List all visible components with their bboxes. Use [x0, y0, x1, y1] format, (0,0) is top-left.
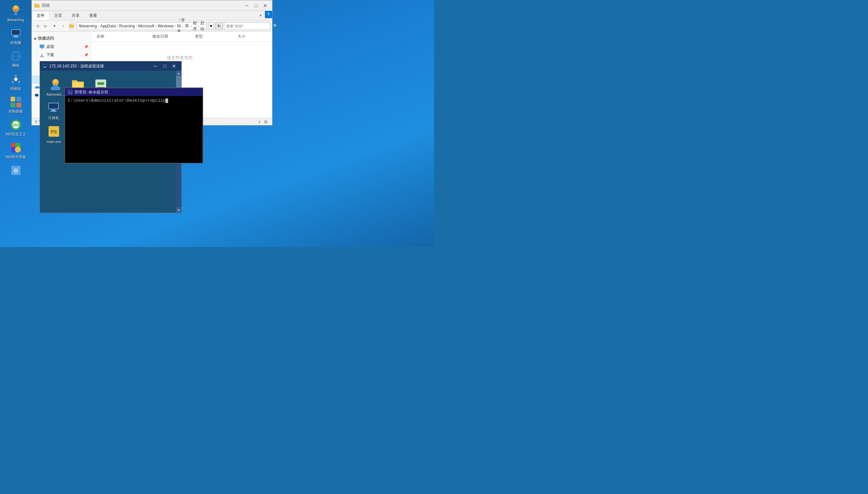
desktop-icon-settings[interactable]: ⚙: [2, 163, 30, 179]
details-view-btn[interactable]: ≡: [256, 119, 262, 125]
control-icon: [10, 96, 22, 108]
svg-point-2: [14, 6, 18, 9]
rdp-icon-computer[interactable]: 计算机: [46, 100, 60, 120]
ribbon-expand-btn[interactable]: ▲: [256, 11, 265, 19]
desktop-icon-control[interactable]: 控制面板: [2, 95, 30, 115]
svg-text:360: 360: [12, 122, 19, 128]
downloads-icon: [40, 53, 44, 57]
sidebar-item-downloads[interactable]: 下载 📌: [32, 51, 91, 59]
refresh-button[interactable]: ↻: [215, 22, 223, 30]
rdp-computer-icon: [46, 100, 60, 114]
recycle-label: 回收站: [10, 87, 21, 91]
desktop: fbiwarning 此电脑: [0, 0, 434, 247]
svg-point-51: [54, 80, 57, 83]
col-date-header: 修改日期: [152, 33, 195, 40]
control-label: 控制面板: [8, 109, 23, 114]
cmd-window: C> 管理员: 命令提示符 C:\Users\Administrator\Des…: [64, 88, 203, 164]
folder-nav-icon: [69, 22, 75, 30]
onedrive-icon: [34, 86, 40, 89]
sidebar-item-desktop[interactable]: 桌面 📌: [32, 43, 91, 51]
pin-icon-desktop: 📌: [84, 45, 88, 49]
tab-home[interactable]: 主页: [50, 11, 67, 20]
file-explorer-titlebar: 启动 ─ □ ✕: [32, 0, 272, 11]
thispc-icon: [34, 93, 39, 98]
help-button[interactable]: ?: [265, 11, 272, 18]
cmd-title-text: 管理员: 命令提示符: [74, 90, 200, 95]
rdp-icon-administrator[interactable]: Administr...: [46, 77, 64, 96]
minimize-button[interactable]: ─: [242, 2, 251, 10]
rdp-titlebar: 172.16.142.152 - 远程桌面连接 ─ □ ✕: [40, 61, 181, 71]
large-icons-view-btn[interactable]: ⊞: [263, 119, 269, 125]
svg-rect-48: [43, 68, 46, 68]
desktop-icon-360manager[interactable]: 360软件管家: [2, 140, 30, 160]
fbiwarning-label: fbiwarning: [7, 18, 24, 22]
rdp-close-btn[interactable]: ✕: [169, 62, 179, 70]
path-microsoft[interactable]: Microsoft: [138, 24, 154, 28]
back-button[interactable]: ◀: [34, 22, 41, 30]
administrator-icon: [49, 77, 62, 91]
svg-rect-30: [69, 24, 71, 25]
path-startup[interactable]: 启动: [200, 20, 205, 32]
desktop-icon-small: [40, 44, 44, 49]
address-path[interactable]: fbiwarning › AppData › Roaming › Microso…: [77, 22, 207, 30]
search-input[interactable]: [226, 24, 272, 28]
path-appdata[interactable]: AppData: [100, 24, 116, 28]
path-fbiwarning[interactable]: fbiwarning: [79, 24, 97, 28]
rdp-scroll-up-btn[interactable]: ▲: [176, 71, 181, 76]
rdp-icon-mainexe[interactable]: PS main.exe: [46, 125, 61, 148]
rdp-scroll-down-btn[interactable]: ▼: [176, 207, 181, 213]
view-icons: ≡ ⊞: [256, 119, 269, 125]
desktop-icon-recycle[interactable]: 回收站: [2, 72, 30, 92]
svg-text:⚙: ⚙: [13, 167, 19, 174]
path-windows[interactable]: Windows: [157, 24, 174, 28]
mypc-label: 此电脑: [10, 41, 21, 45]
maximize-button[interactable]: □: [252, 2, 260, 10]
svg-point-23: [15, 147, 21, 153]
svg-rect-47: [44, 67, 46, 68]
sidebar-quickaccess-header[interactable]: ▶ 快速访问: [32, 34, 91, 43]
search-box[interactable]: 🔍: [224, 22, 270, 30]
close-button[interactable]: ✕: [261, 2, 269, 10]
rdp-computer-label: 计算机: [48, 116, 59, 120]
rdp-minimize-btn[interactable]: ─: [151, 62, 160, 70]
settings-icon: ⚙: [10, 165, 22, 176]
svg-rect-53: [53, 85, 58, 88]
svg-rect-43: [35, 94, 38, 96]
desktop-icon-fbiwarning[interactable]: fbiwarning: [2, 3, 30, 23]
address-dropdown-btn[interactable]: ▼: [208, 22, 214, 30]
ribbon: 文件 主页 共享 查看 ▲ ?: [32, 11, 272, 20]
svg-rect-15: [17, 97, 21, 101]
network-label: 网络: [12, 63, 19, 68]
cmd-cursor: [166, 98, 168, 103]
svg-rect-27: [34, 4, 37, 5]
mainexe-label: main.exe: [46, 140, 61, 144]
tab-file[interactable]: 文件: [32, 11, 50, 20]
svg-text:PS: PS: [51, 129, 57, 134]
path-programs[interactable]: 程序: [193, 20, 197, 32]
recent-locations-button[interactable]: ▼: [51, 22, 58, 30]
up-button[interactable]: ↑: [59, 22, 67, 30]
desktop-icon-mypc[interactable]: 此电脑: [2, 26, 30, 46]
svg-rect-33: [40, 56, 44, 57]
mainexe-icon: PS: [47, 125, 61, 138]
desktop-icon-network[interactable]: 网络: [2, 49, 30, 69]
rdp-title-left: 172.16.142.152 - 远程桌面连接: [43, 63, 104, 69]
ribbon-tabs: 文件 主页 共享 查看 ▲ ?: [32, 11, 272, 20]
desktop-icon-360safe[interactable]: 360 360安全卫士: [2, 117, 30, 138]
svg-rect-7: [13, 37, 19, 37]
rdp-maximize-btn[interactable]: □: [160, 62, 169, 70]
search-icon: 🔍: [273, 24, 278, 28]
360manager-icon: [10, 142, 22, 154]
svg-rect-32: [41, 48, 43, 49]
svg-rect-5: [12, 30, 20, 35]
content-header: 名称 修改日期 类型 大小: [91, 32, 272, 42]
tab-share[interactable]: 共享: [67, 11, 84, 20]
svg-rect-65: [50, 111, 57, 112]
rdp-title-icon: [43, 64, 47, 68]
svg-point-12: [14, 78, 18, 81]
tab-view[interactable]: 查看: [84, 11, 102, 20]
cmd-content[interactable]: C:\Users\Administrator\Desktop>rdpclip: [65, 96, 203, 163]
path-roaming[interactable]: Roaming: [119, 24, 135, 28]
forward-button[interactable]: ▶: [42, 22, 50, 30]
360manager-label: 360软件管家: [5, 155, 26, 159]
